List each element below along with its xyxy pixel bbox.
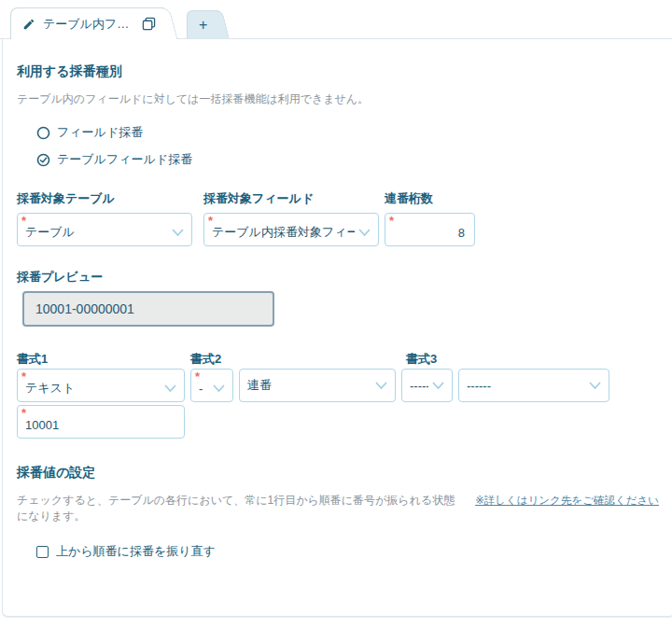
duplicate-tab-button[interactable]	[136, 12, 161, 36]
radio-unchecked-icon	[36, 126, 50, 140]
value-setting-description: チェックすると、テーブルの各行において、常に1行目から順番に番号が振られる状態に…	[17, 493, 466, 524]
preview-section: 採番プレビュー 10001-00000001	[17, 269, 659, 327]
digits-label: 連番桁数	[385, 190, 475, 207]
radio-checked-icon	[36, 153, 50, 167]
format2-label: 書式2	[190, 351, 221, 368]
chevron-down-icon	[164, 384, 176, 393]
plus-icon: +	[199, 17, 207, 34]
separator1-select[interactable]: * -	[190, 369, 233, 402]
tab-bar: テーブル内フ… +	[0, 0, 672, 39]
chevron-down-icon	[358, 229, 371, 237]
pencil-icon	[22, 18, 35, 31]
target-field-value: テーブル内採番対象フィー	[212, 224, 355, 241]
numbering-type-options: フィールド採番 テーブルフィールド採番	[36, 124, 659, 168]
target-table-value: テーブル	[25, 224, 168, 241]
required-marker: *	[21, 370, 26, 383]
required-marker: *	[21, 215, 26, 227]
format-labels: 書式1 書式2 書式3	[17, 351, 659, 369]
radio-table-field-numbering[interactable]: テーブルフィールド採番	[36, 151, 659, 168]
required-marker: *	[195, 370, 200, 383]
format1-text-value: 10001	[25, 418, 176, 432]
renumber-checkbox-row[interactable]: 上から順番に採番を振り直す	[36, 543, 659, 560]
target-table-label: 採番対象テーブル	[17, 190, 192, 207]
format1-type-value: テキスト	[25, 380, 161, 397]
target-field-field: 採番対象フィールド * テーブル内採番対象フィー	[203, 190, 379, 246]
format3-type-value: ------	[467, 379, 585, 393]
tab-active-table-field[interactable]: テーブル内フ…	[10, 7, 164, 39]
digits-input[interactable]: * 8	[385, 213, 475, 246]
add-tab-button[interactable]: +	[187, 10, 218, 38]
target-fields-row: 採番対象テーブル * テーブル 採番対象フィールド * テーブル内採番対象フィー…	[17, 190, 659, 246]
tab-label: テーブル内フ…	[43, 16, 129, 33]
separator2-select[interactable]: -----	[401, 369, 453, 402]
chevron-down-icon	[432, 382, 444, 390]
format2-type-select[interactable]: 連番	[239, 369, 396, 402]
format1-type-select[interactable]: * テキスト	[17, 369, 185, 402]
required-marker: *	[389, 215, 394, 227]
radio-label: テーブルフィールド採番	[57, 151, 192, 168]
digits-field: 連番桁数 * 8	[385, 190, 475, 246]
target-table-select[interactable]: * テーブル	[17, 213, 192, 246]
target-field-select[interactable]: * テーブル内採番対象フィー	[203, 213, 379, 246]
settings-panel: 利用する採番種別 テーブル内のフィールドに対しては一括採番機能は利用できません。…	[2, 39, 672, 617]
format1-text-input[interactable]: * 10001	[17, 405, 185, 439]
required-marker: *	[21, 407, 26, 419]
value-setting-description-row: チェックすると、テーブルの各行において、常に1行目から順番に番号が振られる状態に…	[17, 493, 659, 524]
digits-value: 8	[393, 226, 467, 240]
chevron-down-icon	[213, 384, 225, 393]
value-setting-title: 採番値の設定	[17, 465, 659, 481]
radio-label: フィールド採番	[57, 124, 143, 141]
preview-output: 10001-00000001	[22, 291, 274, 327]
format3-label: 書式3	[406, 351, 437, 368]
separator2-value: -----	[410, 379, 428, 393]
radio-field-numbering[interactable]: フィールド採番	[36, 124, 659, 141]
renumber-checkbox-label: 上から順番に採番を振り直す	[56, 543, 216, 560]
numbering-type-description: テーブル内のフィールドに対しては一括採番機能は利用できません。	[17, 91, 659, 107]
target-table-field: 採番対象テーブル * テーブル	[17, 190, 192, 246]
details-link[interactable]: ※詳しくはリンク先をご確認ください	[475, 494, 659, 508]
chevron-down-icon	[375, 382, 387, 390]
format3-type-select[interactable]: ------	[458, 369, 609, 402]
numbering-type-title: 利用する採番種別	[17, 63, 659, 80]
separator1-value: -	[199, 382, 209, 396]
format2-type-value: 連番	[247, 377, 371, 394]
format-selects-row: * テキスト * - 連番 ----- ------	[17, 369, 659, 402]
required-marker: *	[208, 215, 213, 227]
target-field-label: 採番対象フィールド	[203, 190, 379, 207]
preview-value: 10001-00000001	[35, 301, 134, 316]
checkbox-unchecked-icon[interactable]	[36, 546, 49, 558]
chevron-down-icon	[172, 229, 184, 237]
format1-label: 書式1	[17, 351, 48, 368]
chevron-down-icon	[589, 382, 601, 390]
preview-label: 採番プレビュー	[17, 269, 659, 286]
